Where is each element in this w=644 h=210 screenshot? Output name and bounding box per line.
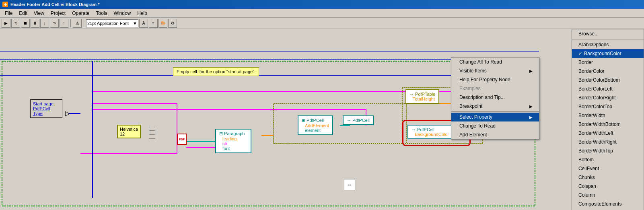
submenu-bordercolorright[interactable]: BorderColorRight bbox=[572, 93, 644, 102]
submenu-bordercolortop[interactable]: BorderColorTop bbox=[572, 102, 644, 111]
menu-description-tip[interactable]: Description and Tip... bbox=[451, 93, 539, 102]
menu-change-to-read[interactable]: Change To Read bbox=[451, 121, 539, 130]
helvetica-port-icon bbox=[149, 127, 155, 139]
toolbar: ▶ ⟲ ⏹ ⏸ ↓ ↷ ↑ ⚠ 21pt Application Font ▼ … bbox=[0, 18, 644, 29]
note-label: Empty cell: for the option "start at pag… bbox=[173, 67, 259, 76]
menu-sep bbox=[451, 111, 539, 112]
paragraph-label: Paragraph bbox=[224, 131, 245, 136]
start-page-label: Start page bbox=[33, 101, 60, 106]
helvetica-label: Helvetica bbox=[120, 127, 138, 132]
pdfpcell-node3[interactable]: ↔ PdfPCell bbox=[343, 115, 374, 125]
checkmark-icon: ✓ bbox=[578, 51, 582, 56]
menu-operate[interactable]: Operate bbox=[69, 10, 93, 17]
menu-examples: Examples bbox=[451, 84, 539, 93]
toolbar-btn-step-in[interactable]: ↓ bbox=[40, 19, 49, 28]
toolbar-btn-step-over[interactable]: ↷ bbox=[50, 19, 59, 28]
toolbar-btn-pause[interactable]: ⏸ bbox=[31, 19, 39, 28]
submenu-column[interactable]: Column bbox=[572, 191, 644, 200]
paragraph-icon: ⊞ Paragraph bbox=[219, 131, 247, 136]
font-selector[interactable]: 21pt Application Font ▼ bbox=[86, 19, 138, 27]
sep2 bbox=[84, 19, 84, 27]
submenu-borderwidthright[interactable]: BorderWidthRight bbox=[572, 138, 644, 146]
menu-add-element[interactable]: Add Element bbox=[451, 130, 539, 139]
small-node1: ≡≡ bbox=[344, 179, 355, 190]
arrow-indicator: ▷ bbox=[65, 109, 70, 117]
font-dropdown-arrow: ▼ bbox=[133, 21, 137, 26]
primary-context-menu[interactable]: Change All To Read Visible Items ▶ Help … bbox=[451, 57, 539, 140]
submenu-browse[interactable]: Browse... bbox=[572, 29, 644, 38]
submenu-borderwidthtop[interactable]: BorderWidthTop bbox=[572, 146, 644, 155]
submenu-arabic[interactable]: ArabicOptions bbox=[572, 40, 644, 49]
select-property-arrow: ▶ bbox=[529, 115, 533, 119]
menu-window[interactable]: Window bbox=[111, 10, 134, 17]
pdfpcell-label3: PdfPCell bbox=[352, 118, 370, 123]
menu-tools[interactable]: Tools bbox=[93, 10, 111, 17]
submenu-sep bbox=[572, 39, 644, 39]
toolbar-btn-run[interactable]: ▶ bbox=[2, 19, 10, 28]
helvetica-node[interactable]: Helvetica 12 bbox=[117, 125, 141, 138]
submenu-borderwidth[interactable]: BorderWidth bbox=[572, 111, 644, 120]
submenu-bottom[interactable]: Bottom bbox=[572, 155, 644, 164]
submenu-compositeelements[interactable]: CompositeElements bbox=[572, 200, 644, 208]
toolbar-btn-abort[interactable]: ⏹ bbox=[21, 19, 30, 28]
pdfpcell-label2: PdfPCell bbox=[307, 118, 324, 123]
pdfpcell-bg-node[interactable]: ↔ PdfPCell BackgroundColor bbox=[407, 125, 453, 139]
menu-change-all-read[interactable]: Change All To Read bbox=[451, 58, 539, 66]
submenu-borderwidthleft[interactable]: BorderWidthLeft bbox=[572, 129, 644, 138]
menu-breakpoint[interactable]: Breakpoint ▶ bbox=[451, 102, 539, 111]
toolbar-btn-align[interactable]: ≡ bbox=[149, 19, 158, 28]
pdf-icon-node[interactable]: PDF bbox=[177, 134, 187, 145]
menu-file[interactable]: File bbox=[2, 10, 16, 17]
menu-edit[interactable]: Edit bbox=[16, 10, 31, 17]
submenu-border[interactable]: Border bbox=[572, 58, 644, 67]
visible-items-arrow: ▶ bbox=[529, 69, 533, 73]
submenu-container: Browse... ArabicOptions ✓BackgroundColor… bbox=[572, 29, 644, 210]
submenu-colspan[interactable]: Colspan bbox=[572, 182, 644, 191]
toolbar-btn-warn[interactable]: ⚠ bbox=[73, 19, 82, 28]
menu-visible-items[interactable]: Visible Items ▶ bbox=[451, 66, 539, 75]
page-layout: Empty cell: for the option "start at pag… bbox=[0, 29, 644, 209]
note-text: Empty cell: for the option "start at pag… bbox=[177, 69, 255, 74]
pdfptable-icon: ↔ PdfPTable bbox=[409, 92, 435, 97]
pdfpcell-addelement-node[interactable]: ⊞ PdfPCell AddElement element bbox=[298, 115, 333, 135]
pdfpcell-icon3: ↔ PdfPCell bbox=[347, 118, 370, 123]
pdfptable-label: PdfPTable bbox=[415, 92, 435, 97]
window-title: Header Footer Add Cell.vi Block Diagram … bbox=[10, 2, 99, 7]
submenu-borderwidthbottom[interactable]: BorderWidthBottom bbox=[572, 120, 644, 129]
submenu-bordercolor[interactable]: BorderColor bbox=[572, 67, 644, 76]
menu-select-property[interactable]: Select Property ▶ bbox=[451, 113, 539, 121]
menu-help[interactable]: Help bbox=[134, 10, 150, 17]
title-bar: ◈ Header Footer Add Cell.vi Block Diagra… bbox=[0, 0, 644, 9]
menu-project[interactable]: Project bbox=[47, 10, 69, 17]
select-property-submenu[interactable]: Browse... ArabicOptions ✓BackgroundColor… bbox=[572, 29, 644, 210]
toolbar-btn-run-cont[interactable]: ⟲ bbox=[11, 19, 20, 28]
menu-view[interactable]: View bbox=[31, 10, 47, 17]
pdfpcell-label1: PdfPCell bbox=[33, 106, 60, 111]
paragraph-node[interactable]: ⊞ Paragraph leading str font bbox=[215, 129, 251, 153]
submenu-bordercolorbottom[interactable]: BorderColorBottom bbox=[572, 76, 644, 84]
type-label: Type bbox=[33, 111, 60, 116]
pdf-label: PDF bbox=[179, 138, 185, 141]
context-menu-container: Change All To Read Visible Items ▶ Help … bbox=[451, 57, 539, 140]
submenu-cellevent[interactable]: CellEvent bbox=[572, 164, 644, 173]
menu-help-property[interactable]: Help For Property Node bbox=[451, 75, 539, 84]
submenu-chunks[interactable]: Chunks bbox=[572, 173, 644, 182]
submenu-bordercolorleft[interactable]: BorderColorLeft bbox=[572, 84, 644, 93]
sep1 bbox=[70, 19, 71, 27]
menu-bar: File Edit View Project Operate Tools Win… bbox=[0, 9, 644, 18]
toolbar-btn-more[interactable]: ⚙ bbox=[168, 19, 177, 28]
twelve-label: 12 bbox=[120, 132, 138, 136]
leading-label: leading bbox=[219, 136, 247, 141]
pdfpcell-bg-label: PdfPCell bbox=[417, 127, 434, 132]
toolbar-btn-font-size[interactable]: A bbox=[139, 19, 148, 28]
font-label: font bbox=[219, 146, 247, 151]
start-node[interactable]: Start page PdfPCell Type bbox=[30, 99, 62, 118]
toolbar-btn-color[interactable]: 🎨 bbox=[158, 19, 167, 28]
pdfptable-node[interactable]: ↔ PdfPTable TotalHeight bbox=[405, 89, 439, 104]
toolbar-btn-step-out[interactable]: ↑ bbox=[60, 19, 68, 28]
submenu-effectivepaddingtop[interactable]: EffectivePaddingTop bbox=[572, 208, 644, 210]
submenu-bgcolor[interactable]: ✓BackgroundColor bbox=[572, 49, 644, 58]
totalheight-label: TotalHeight bbox=[409, 97, 435, 101]
pdfpcell-bg-icon: ↔ PdfPCell bbox=[412, 127, 449, 132]
font-name: 21pt Application Font bbox=[87, 21, 129, 26]
